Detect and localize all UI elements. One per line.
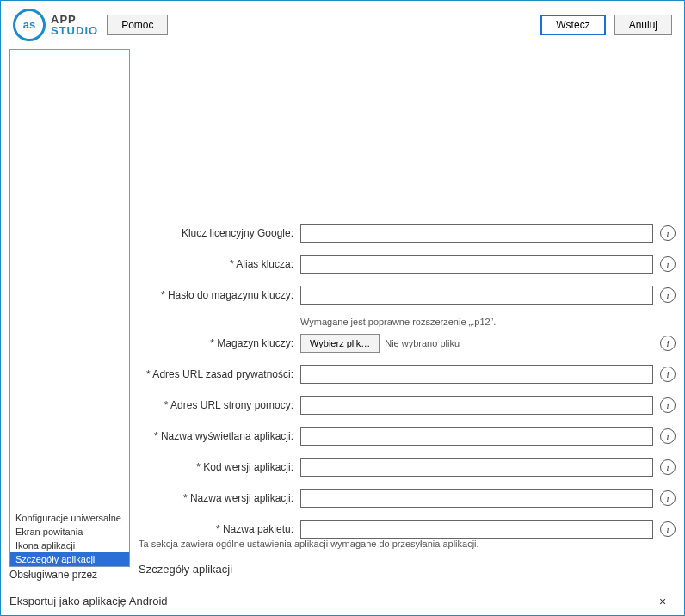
sidebar-label: Obsługiwane przez [9,569,130,581]
logo-badge-icon: as [13,9,46,41]
label-key-alias: * Alias klucza: [139,258,293,270]
input-key-alias[interactable] [300,255,653,274]
input-display-name[interactable] [300,427,653,446]
section-description: Ta sekcja zawiera ogólne ustawienia apli… [139,539,676,561]
titlebar: Eksportuj jako aplikację Android × [1,588,684,615]
help-button[interactable]: Pomoc [107,15,168,35]
label-privacy-url: * Adres URL zasad prywatności: [139,368,293,380]
form: * Nazwa pakietu: i * Nazwa wersji aplika… [139,224,676,539]
label-version-name: * Nazwa wersji aplikacji: [139,492,293,504]
sidebar-item-universal-config[interactable]: Konfiguracje uniwersalne [10,511,129,525]
label-version-code: * Kod wersji aplikacji: [139,461,293,473]
row-help-url: * Adres URL strony pomocy: i [139,396,676,415]
choose-file-button[interactable]: Wybierz plik… [300,334,380,353]
label-package-name: * Nazwa pakietu: [139,523,293,535]
info-icon[interactable]: i [660,336,676,351]
row-version-code: * Kod wersji aplikacji: i [139,458,676,477]
sidebar-item-app-details[interactable]: Szczegóły aplikacji [10,552,129,566]
input-version-name[interactable] [300,489,653,508]
info-icon[interactable]: i [660,287,676,303]
label-google-license-key: Klucz licencyjny Google: [139,227,293,239]
label-display-name: * Nazwa wyświetlana aplikacji: [139,430,293,442]
logo-text: STUDIO APP [51,14,98,36]
info-icon[interactable]: i [660,367,676,382]
info-icon[interactable]: i [660,256,676,272]
input-google-license-key[interactable] [300,224,653,243]
row-display-name: * Nazwa wyświetlana aplikacji: i [139,427,676,446]
label-help-url: * Adres URL strony pomocy: [139,399,293,411]
window-title: Eksportuj jako aplikację Android [9,595,650,608]
input-package-name[interactable] [300,520,653,539]
info-icon[interactable]: i [660,459,676,475]
input-help-url[interactable] [300,396,653,415]
file-status: Nie wybrano pliku [385,338,460,348]
logo: as STUDIO APP [13,9,98,41]
row-google-license-key: Klucz licencyjny Google: i [139,224,676,243]
dialog-body: Obsługiwane przez Szczegóły aplikacji Ik… [1,49,684,588]
info-icon[interactable]: i [660,397,676,413]
info-icon[interactable]: i [660,521,676,537]
sidebar-item-splash[interactable]: Ekran powitania [10,525,129,539]
main-panel: Szczegóły aplikacji Ta sekcja zawiera og… [139,49,676,581]
dialog-window: Eksportuj jako aplikację Android × Obsłu… [0,0,685,616]
input-privacy-url[interactable] [300,365,653,384]
info-icon[interactable]: i [660,225,676,241]
button-bar: as STUDIO APP Pomoc Wstecz Anuluj [1,1,684,49]
close-icon[interactable]: × [650,594,676,608]
row-keystore: * Magazyn kluczy: Wybierz plik… Nie wybr… [139,334,676,353]
sidebar-item-app-icon[interactable]: Ikona aplikacji [10,539,129,552]
input-keystore-password[interactable] [300,286,653,305]
info-icon[interactable]: i [660,490,676,506]
section-title: Szczegóły aplikacji [139,561,676,581]
row-keystore-password: * Hasło do magazynu kluczy: i [139,286,676,305]
label-keystore: * Magazyn kluczy: [139,337,293,349]
row-privacy-url: * Adres URL zasad prywatności: i [139,365,676,384]
sidebar-list: Szczegóły aplikacji Ikona aplikacji Ekra… [9,49,130,567]
keystore-hint: Wymagane jest poprawne rozszerzenie „.p1… [139,317,676,327]
row-key-alias: * Alias klucza: i [139,255,676,274]
label-keystore-password: * Hasło do magazynu kluczy: [139,289,293,301]
back-button[interactable]: Wstecz [540,15,605,35]
info-icon[interactable]: i [660,428,676,444]
input-version-code[interactable] [300,458,653,477]
row-package-name: * Nazwa pakietu: i [139,520,676,539]
cancel-button[interactable]: Anuluj [614,15,672,35]
sidebar: Obsługiwane przez Szczegóły aplikacji Ik… [9,49,130,581]
row-version-name: * Nazwa wersji aplikacji: i [139,489,676,508]
